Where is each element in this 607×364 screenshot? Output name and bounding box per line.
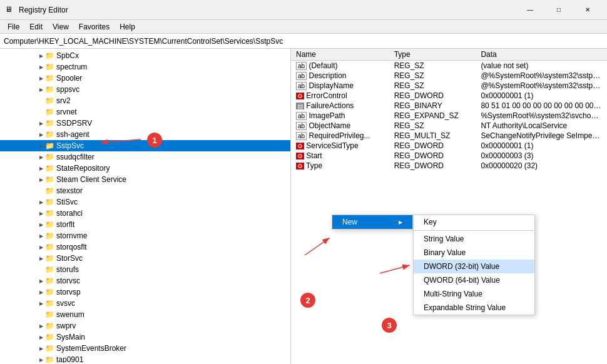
tree-item-sstpsvc[interactable]: ▶ 📁 SstpSvc	[0, 140, 290, 151]
right-scroll[interactable]: Name Type Data ab (Default) REG_SZ (valu…	[291, 49, 607, 364]
table-row[interactable]: ab DisplayName REG_SZ @%SystemRoot%\syst…	[291, 81, 607, 91]
expand-arrow: ▶	[38, 290, 45, 295]
tree-item-tap0901[interactable]: ▶ 📁 tap0901	[0, 354, 290, 363]
tree-label: srv2	[56, 96, 71, 105]
tree-label: SysMain	[56, 333, 85, 341]
tree-label: SystemEventsBroker	[56, 344, 126, 353]
tree-item-stornvme[interactable]: ▶ 📁 stornvme	[0, 230, 290, 241]
tree-item-systemeventsbroker[interactable]: ▶ 📁 SystemEventsBroker	[0, 343, 290, 354]
expand-arrow: ▶	[38, 143, 45, 149]
folder-icon: 📁	[45, 85, 54, 94]
context-menu: New ▶	[332, 215, 413, 230]
tree-item-storflt[interactable]: ▶ 📁 storflt	[0, 219, 290, 230]
folder-icon: 📁	[45, 108, 54, 116]
tree-item-sysmain[interactable]: ▶ 📁 SysMain	[0, 331, 290, 343]
submenu-divider	[414, 230, 534, 231]
reg-name: ab ImagePath	[291, 111, 389, 121]
folder-icon: 📁	[45, 321, 54, 330]
folder-icon: 📁	[45, 276, 54, 285]
col-data: Data	[476, 49, 607, 61]
table-row[interactable]: ab (Default) REG_SZ (value not set)	[291, 61, 607, 71]
expand-arrow: ▶	[38, 222, 45, 228]
tree-item-staterepository[interactable]: ▶ 📁 StateRepository	[0, 163, 290, 174]
menu-edit[interactable]: Edit	[24, 21, 48, 33]
tree-item-srvnet[interactable]: 📁 srvnet	[0, 106, 290, 118]
tree-item-swenum[interactable]: 📁 swenum	[0, 309, 290, 320]
menu-help[interactable]: Help	[115, 21, 140, 33]
reg-data: 0x00000020 (32)	[476, 161, 607, 171]
tree-item-spbcx[interactable]: ▶ 📁 SpbCx	[0, 50, 290, 61]
menu-view[interactable]: View	[48, 21, 74, 33]
reg-name: ⚙ ServiceSidType	[291, 141, 389, 151]
submenu-expandable-value[interactable]: Expandable String Value	[414, 301, 534, 315]
tree-item-ssudqcfilter[interactable]: ▶ 📁 ssudqcfilter	[0, 151, 290, 163]
tree-label: storqosflt	[56, 243, 87, 251]
table-row[interactable]: ⚙ ErrorControl REG_DWORD 0x00000001 (1)	[291, 91, 607, 101]
tree-item-storsvc[interactable]: ▶ 📁 StorSvc	[0, 253, 290, 264]
reg-type: REG_MULTI_SZ	[389, 131, 476, 141]
reg-type: REG_DWORD	[389, 151, 476, 161]
tree-label: Steam Client Service	[56, 175, 126, 184]
reg-data: 0x00000003 (3)	[476, 151, 607, 161]
tree-scroll[interactable]: ▶ 📁 SpbCx ▶ 📁 spectrum ▶ 📁 Spooler ▶ 📁 s…	[0, 50, 290, 363]
tree-label: ssudqcfilter	[56, 153, 94, 161]
tree-label: sppsvc	[56, 85, 79, 94]
tree-item-storufs[interactable]: 📁 storufs	[0, 264, 290, 275]
folder-icon: 📁	[45, 288, 54, 296]
tree-label: StateRepository	[56, 164, 110, 173]
tree-item-srv2[interactable]: 📁 srv2	[0, 95, 290, 106]
tree-item-sppsvc[interactable]: ▶ 📁 sppsvc	[0, 84, 290, 95]
tree-label: storvsc	[56, 276, 80, 285]
title-bar: 🖥 Registry Editor — □ ✕	[0, 0, 607, 20]
tree-label: SpbCx	[56, 51, 79, 60]
table-row[interactable]: ab ImagePath REG_EXPAND_SZ %SystemRoot%\…	[291, 111, 607, 121]
expand-arrow: ▶	[38, 335, 45, 340]
tree-item-ssdpsrv[interactable]: ▶ 📁 SSDPSRV	[0, 118, 290, 129]
tree-item-steam-client-service[interactable]: ▶ 📁 Steam Client Service	[0, 174, 290, 185]
reg-type: REG_SZ	[389, 121, 476, 131]
submenu-arrow-icon: ▶	[399, 220, 402, 225]
folder-icon: 📁	[45, 96, 54, 105]
tree-item-storqosflt[interactable]: ▶ 📁 storqosflt	[0, 241, 290, 253]
submenu-binary-value[interactable]: Binary Value	[414, 246, 534, 260]
table-row[interactable]: ab Description REG_SZ @%SystemRoot%\syst…	[291, 71, 607, 81]
menu-file[interactable]: File	[3, 21, 24, 33]
tree-label: stexstor	[56, 186, 83, 195]
menu-favorites[interactable]: Favorites	[74, 21, 115, 33]
tree-label: StorSvc	[56, 254, 83, 263]
submenu-multistring-value[interactable]: Multi-String Value	[414, 287, 534, 301]
table-row[interactable]: ab RequiredPrivileg... REG_MULTI_SZ SeCh…	[291, 131, 607, 141]
tree-item-ssh-agent[interactable]: ▶ 📁 ssh-agent	[0, 129, 290, 140]
expand-arrow: ▶	[38, 200, 45, 205]
table-row[interactable]: ⚙ Type REG_DWORD 0x00000020 (32)	[291, 161, 607, 171]
submenu-key[interactable]: Key	[414, 215, 534, 229]
submenu-dword-value[interactable]: DWORD (32-bit) Value	[414, 260, 534, 273]
tree-item-storahci[interactable]: ▶ 📁 storahci	[0, 208, 290, 219]
submenu-qword-value[interactable]: QWORD (64-bit) Value	[414, 273, 534, 287]
tree-label: spectrum	[56, 63, 87, 71]
col-type: Type	[389, 49, 476, 61]
reg-data: 0x00000001 (1)	[476, 91, 607, 101]
tree-item-swprv[interactable]: ▶ 📁 swprv	[0, 320, 290, 331]
maximize-button[interactable]: □	[544, 0, 573, 20]
table-row[interactable]: ▤ FailureActions REG_BINARY 80 51 01 00 …	[291, 101, 607, 111]
tree-item-spooler[interactable]: ▶ 📁 Spooler	[0, 73, 290, 84]
tree-item-stisvc[interactable]: ▶ 📁 StiSvc	[0, 196, 290, 208]
table-row[interactable]: ab ObjectName REG_SZ NT Authority\LocalS…	[291, 121, 607, 131]
expand-arrow: ▶	[38, 301, 45, 306]
expand-arrow: ▶	[38, 154, 45, 160]
table-row[interactable]: ⚙ ServiceSidType REG_DWORD 0x00000001 (1…	[291, 141, 607, 151]
close-button[interactable]: ✕	[573, 0, 602, 20]
tree-item-storvsp[interactable]: ▶ 📁 storvsp	[0, 286, 290, 298]
tree-item-svsvc[interactable]: ▶ 📁 svsvc	[0, 298, 290, 309]
registry-table: Name Type Data ab (Default) REG_SZ (valu…	[291, 49, 607, 171]
context-menu-new[interactable]: New ▶	[332, 215, 412, 229]
minimize-button[interactable]: —	[516, 0, 544, 20]
tree-item-spectrum[interactable]: ▶ 📁 spectrum	[0, 61, 290, 73]
table-row[interactable]: ⚙ Start REG_DWORD 0x00000003 (3)	[291, 151, 607, 161]
tree-item-storvsc[interactable]: ▶ 📁 storvsc	[0, 275, 290, 286]
reg-data: NT Authority\LocalService	[476, 121, 607, 131]
expand-arrow: ▶	[38, 211, 45, 216]
submenu-string-value[interactable]: String Value	[414, 232, 534, 246]
tree-item-stexstor[interactable]: 📁 stexstor	[0, 185, 290, 196]
